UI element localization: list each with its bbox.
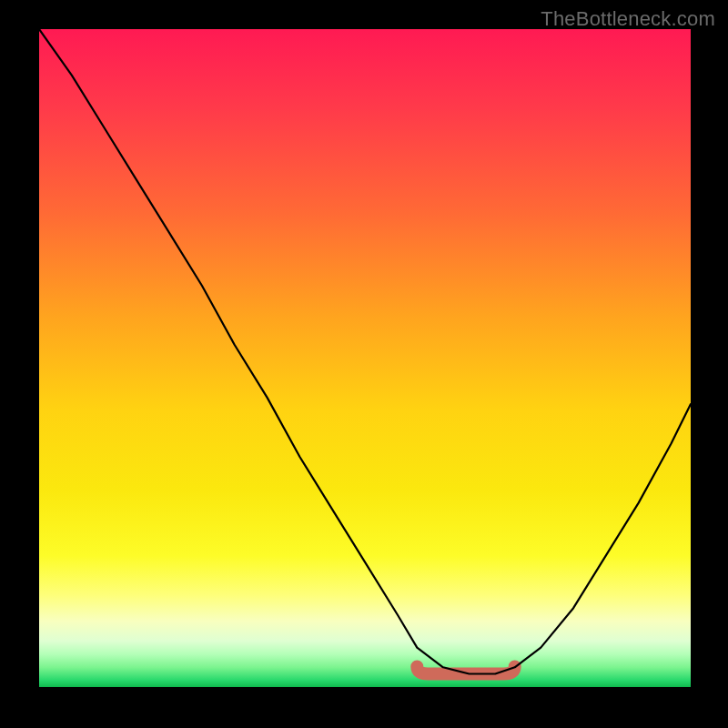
plot-svg xyxy=(39,29,691,687)
attribution-label: TheBottleneck.com xyxy=(541,7,715,31)
chart-stage: TheBottleneck.com xyxy=(0,0,728,728)
bottleneck-curve xyxy=(39,29,691,674)
plot-area xyxy=(39,29,691,687)
